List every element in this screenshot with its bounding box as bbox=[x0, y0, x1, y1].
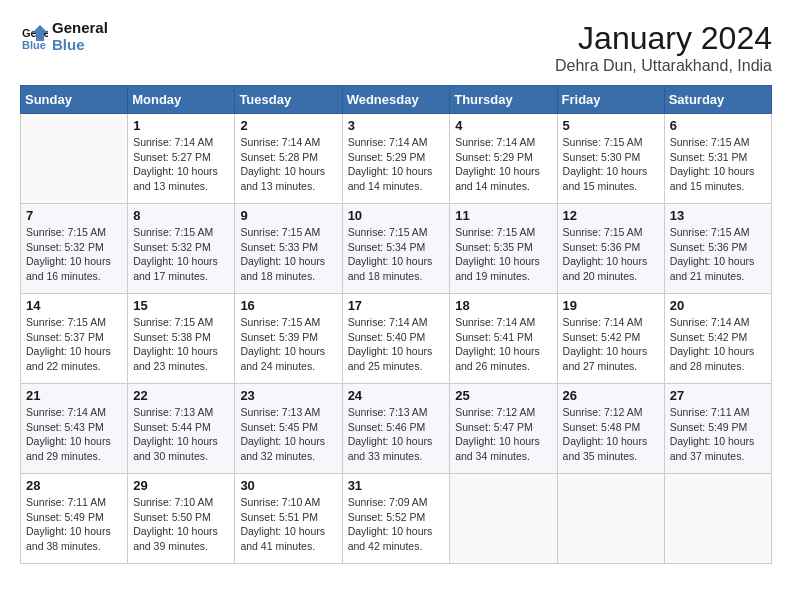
weekday-header-wednesday: Wednesday bbox=[342, 86, 450, 114]
day-info: Sunrise: 7:15 AMSunset: 5:35 PMDaylight:… bbox=[455, 225, 551, 284]
day-info: Sunrise: 7:15 AMSunset: 5:37 PMDaylight:… bbox=[26, 315, 122, 374]
day-number: 15 bbox=[133, 298, 229, 313]
day-info: Sunrise: 7:14 AMSunset: 5:29 PMDaylight:… bbox=[455, 135, 551, 194]
calendar-cell: 18Sunrise: 7:14 AMSunset: 5:41 PMDayligh… bbox=[450, 294, 557, 384]
calendar-cell: 1Sunrise: 7:14 AMSunset: 5:27 PMDaylight… bbox=[128, 114, 235, 204]
weekday-header-sunday: Sunday bbox=[21, 86, 128, 114]
day-number: 27 bbox=[670, 388, 766, 403]
week-row-4: 21Sunrise: 7:14 AMSunset: 5:43 PMDayligh… bbox=[21, 384, 772, 474]
weekday-header-saturday: Saturday bbox=[664, 86, 771, 114]
day-info: Sunrise: 7:15 AMSunset: 5:32 PMDaylight:… bbox=[133, 225, 229, 284]
weekday-header-monday: Monday bbox=[128, 86, 235, 114]
day-number: 8 bbox=[133, 208, 229, 223]
day-info: Sunrise: 7:12 AMSunset: 5:47 PMDaylight:… bbox=[455, 405, 551, 464]
week-row-2: 7Sunrise: 7:15 AMSunset: 5:32 PMDaylight… bbox=[21, 204, 772, 294]
calendar-cell: 15Sunrise: 7:15 AMSunset: 5:38 PMDayligh… bbox=[128, 294, 235, 384]
calendar-cell: 16Sunrise: 7:15 AMSunset: 5:39 PMDayligh… bbox=[235, 294, 342, 384]
calendar-cell: 4Sunrise: 7:14 AMSunset: 5:29 PMDaylight… bbox=[450, 114, 557, 204]
day-number: 1 bbox=[133, 118, 229, 133]
calendar-cell: 21Sunrise: 7:14 AMSunset: 5:43 PMDayligh… bbox=[21, 384, 128, 474]
day-info: Sunrise: 7:14 AMSunset: 5:42 PMDaylight:… bbox=[670, 315, 766, 374]
day-number: 29 bbox=[133, 478, 229, 493]
calendar-cell bbox=[21, 114, 128, 204]
day-info: Sunrise: 7:15 AMSunset: 5:38 PMDaylight:… bbox=[133, 315, 229, 374]
day-info: Sunrise: 7:15 AMSunset: 5:34 PMDaylight:… bbox=[348, 225, 445, 284]
day-info: Sunrise: 7:09 AMSunset: 5:52 PMDaylight:… bbox=[348, 495, 445, 554]
day-info: Sunrise: 7:14 AMSunset: 5:27 PMDaylight:… bbox=[133, 135, 229, 194]
week-row-5: 28Sunrise: 7:11 AMSunset: 5:49 PMDayligh… bbox=[21, 474, 772, 564]
day-number: 28 bbox=[26, 478, 122, 493]
day-number: 5 bbox=[563, 118, 659, 133]
weekday-header-row: SundayMondayTuesdayWednesdayThursdayFrid… bbox=[21, 86, 772, 114]
calendar-cell bbox=[557, 474, 664, 564]
day-number: 30 bbox=[240, 478, 336, 493]
day-info: Sunrise: 7:10 AMSunset: 5:51 PMDaylight:… bbox=[240, 495, 336, 554]
location-title: Dehra Dun, Uttarakhand, India bbox=[555, 57, 772, 75]
day-info: Sunrise: 7:15 AMSunset: 5:32 PMDaylight:… bbox=[26, 225, 122, 284]
calendar-cell: 9Sunrise: 7:15 AMSunset: 5:33 PMDaylight… bbox=[235, 204, 342, 294]
calendar-cell: 27Sunrise: 7:11 AMSunset: 5:49 PMDayligh… bbox=[664, 384, 771, 474]
calendar-cell: 26Sunrise: 7:12 AMSunset: 5:48 PMDayligh… bbox=[557, 384, 664, 474]
day-number: 22 bbox=[133, 388, 229, 403]
day-number: 17 bbox=[348, 298, 445, 313]
day-number: 19 bbox=[563, 298, 659, 313]
header: General Blue General Blue January 2024 D… bbox=[20, 20, 772, 75]
day-info: Sunrise: 7:15 AMSunset: 5:39 PMDaylight:… bbox=[240, 315, 336, 374]
calendar-cell: 31Sunrise: 7:09 AMSunset: 5:52 PMDayligh… bbox=[342, 474, 450, 564]
day-number: 14 bbox=[26, 298, 122, 313]
calendar-cell: 19Sunrise: 7:14 AMSunset: 5:42 PMDayligh… bbox=[557, 294, 664, 384]
calendar-cell: 5Sunrise: 7:15 AMSunset: 5:30 PMDaylight… bbox=[557, 114, 664, 204]
day-number: 26 bbox=[563, 388, 659, 403]
calendar-cell: 22Sunrise: 7:13 AMSunset: 5:44 PMDayligh… bbox=[128, 384, 235, 474]
day-number: 25 bbox=[455, 388, 551, 403]
day-number: 12 bbox=[563, 208, 659, 223]
day-number: 16 bbox=[240, 298, 336, 313]
day-info: Sunrise: 7:11 AMSunset: 5:49 PMDaylight:… bbox=[26, 495, 122, 554]
day-number: 21 bbox=[26, 388, 122, 403]
day-number: 9 bbox=[240, 208, 336, 223]
day-number: 2 bbox=[240, 118, 336, 133]
day-number: 24 bbox=[348, 388, 445, 403]
title-area: January 2024 Dehra Dun, Uttarakhand, Ind… bbox=[555, 20, 772, 75]
day-number: 11 bbox=[455, 208, 551, 223]
calendar-cell: 12Sunrise: 7:15 AMSunset: 5:36 PMDayligh… bbox=[557, 204, 664, 294]
logo: General Blue General Blue bbox=[20, 20, 108, 53]
day-info: Sunrise: 7:12 AMSunset: 5:48 PMDaylight:… bbox=[563, 405, 659, 464]
logo-icon: General Blue bbox=[20, 23, 48, 51]
week-row-3: 14Sunrise: 7:15 AMSunset: 5:37 PMDayligh… bbox=[21, 294, 772, 384]
day-info: Sunrise: 7:13 AMSunset: 5:45 PMDaylight:… bbox=[240, 405, 336, 464]
week-row-1: 1Sunrise: 7:14 AMSunset: 5:27 PMDaylight… bbox=[21, 114, 772, 204]
day-info: Sunrise: 7:14 AMSunset: 5:43 PMDaylight:… bbox=[26, 405, 122, 464]
calendar-cell: 3Sunrise: 7:14 AMSunset: 5:29 PMDaylight… bbox=[342, 114, 450, 204]
day-number: 6 bbox=[670, 118, 766, 133]
day-info: Sunrise: 7:14 AMSunset: 5:42 PMDaylight:… bbox=[563, 315, 659, 374]
weekday-header-tuesday: Tuesday bbox=[235, 86, 342, 114]
day-number: 31 bbox=[348, 478, 445, 493]
calendar-cell bbox=[450, 474, 557, 564]
day-info: Sunrise: 7:15 AMSunset: 5:36 PMDaylight:… bbox=[563, 225, 659, 284]
day-info: Sunrise: 7:15 AMSunset: 5:31 PMDaylight:… bbox=[670, 135, 766, 194]
day-info: Sunrise: 7:15 AMSunset: 5:33 PMDaylight:… bbox=[240, 225, 336, 284]
calendar-cell: 10Sunrise: 7:15 AMSunset: 5:34 PMDayligh… bbox=[342, 204, 450, 294]
calendar-cell: 28Sunrise: 7:11 AMSunset: 5:49 PMDayligh… bbox=[21, 474, 128, 564]
day-number: 18 bbox=[455, 298, 551, 313]
logo-line1: General bbox=[52, 20, 108, 37]
calendar-cell: 20Sunrise: 7:14 AMSunset: 5:42 PMDayligh… bbox=[664, 294, 771, 384]
calendar-cell: 30Sunrise: 7:10 AMSunset: 5:51 PMDayligh… bbox=[235, 474, 342, 564]
calendar-cell bbox=[664, 474, 771, 564]
day-number: 20 bbox=[670, 298, 766, 313]
month-title: January 2024 bbox=[555, 20, 772, 57]
day-info: Sunrise: 7:13 AMSunset: 5:46 PMDaylight:… bbox=[348, 405, 445, 464]
day-number: 3 bbox=[348, 118, 445, 133]
day-number: 13 bbox=[670, 208, 766, 223]
calendar-cell: 7Sunrise: 7:15 AMSunset: 5:32 PMDaylight… bbox=[21, 204, 128, 294]
calendar-cell: 29Sunrise: 7:10 AMSunset: 5:50 PMDayligh… bbox=[128, 474, 235, 564]
calendar-cell: 6Sunrise: 7:15 AMSunset: 5:31 PMDaylight… bbox=[664, 114, 771, 204]
calendar-cell: 17Sunrise: 7:14 AMSunset: 5:40 PMDayligh… bbox=[342, 294, 450, 384]
day-info: Sunrise: 7:14 AMSunset: 5:41 PMDaylight:… bbox=[455, 315, 551, 374]
weekday-header-friday: Friday bbox=[557, 86, 664, 114]
calendar-cell: 13Sunrise: 7:15 AMSunset: 5:36 PMDayligh… bbox=[664, 204, 771, 294]
day-info: Sunrise: 7:15 AMSunset: 5:36 PMDaylight:… bbox=[670, 225, 766, 284]
day-info: Sunrise: 7:14 AMSunset: 5:29 PMDaylight:… bbox=[348, 135, 445, 194]
day-info: Sunrise: 7:13 AMSunset: 5:44 PMDaylight:… bbox=[133, 405, 229, 464]
